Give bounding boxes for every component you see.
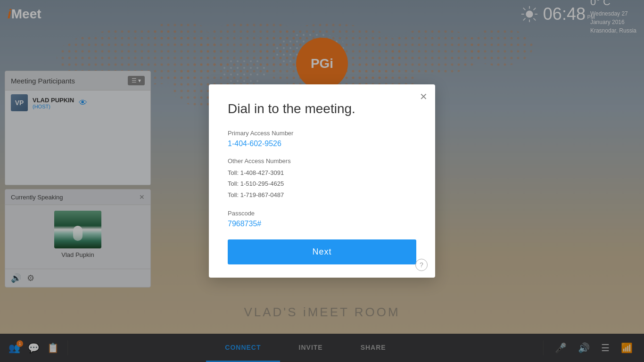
modal-overlay: ✕ Dial in to the meeting. Primary Access… <box>0 0 644 362</box>
passcode-value[interactable]: 7968735# <box>228 220 416 228</box>
modal-close-button[interactable]: ✕ <box>420 91 428 102</box>
primary-access-label: Primary Access Number <box>228 130 416 137</box>
primary-access-number[interactable]: 1-404-602-9526 <box>228 140 416 148</box>
passcode-label: Passcode <box>228 210 416 217</box>
dial-in-modal: ✕ Dial in to the meeting. Primary Access… <box>209 84 435 278</box>
other-access-numbers: Toll: 1-408-427-3091 Toll: 1-510-295-462… <box>228 167 416 200</box>
next-button[interactable]: Next <box>228 239 416 264</box>
other-numbers-label: Other Access Numbers <box>228 157 416 165</box>
other-number-3: Toll: 1-719-867-0487 <box>228 189 416 200</box>
modal-title: Dial in to the meeting. <box>228 101 416 116</box>
help-button[interactable]: ? <box>415 259 428 271</box>
other-number-1: Toll: 1-408-427-3091 <box>228 167 416 178</box>
other-number-2: Toll: 1-510-295-4625 <box>228 178 416 189</box>
